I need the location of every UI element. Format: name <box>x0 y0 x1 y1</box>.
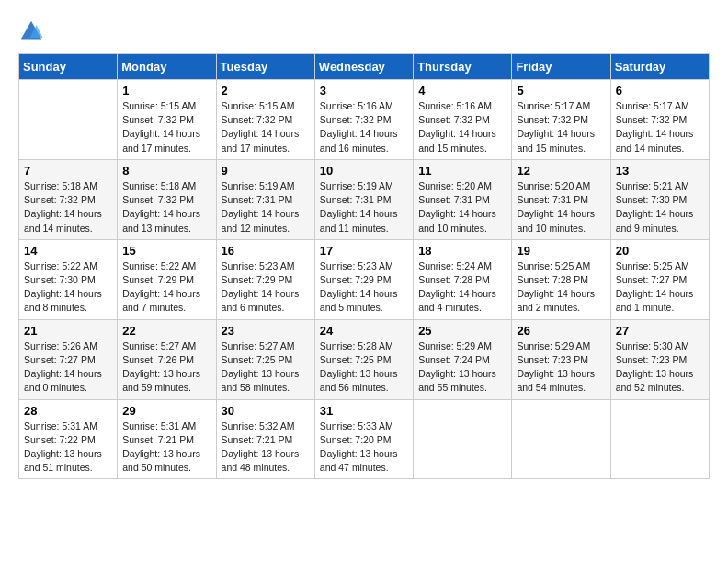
day-info: Sunrise: 5:18 AM Sunset: 7:32 PM Dayligh… <box>122 179 210 236</box>
day-info: Sunrise: 5:19 AM Sunset: 7:31 PM Dayligh… <box>222 179 310 236</box>
day-info: Sunrise: 5:17 AM Sunset: 7:32 PM Dayligh… <box>616 99 704 155</box>
calendar-cell: 19Sunrise: 5:25 AM Sunset: 7:28 PM Dayli… <box>512 239 610 319</box>
day-number: 22 <box>122 324 210 338</box>
day-number: 7 <box>24 164 112 178</box>
day-info: Sunrise: 5:33 AM Sunset: 7:20 PM Dayligh… <box>320 419 408 476</box>
day-number: 14 <box>24 244 112 258</box>
calendar-cell: 31Sunrise: 5:33 AM Sunset: 7:20 PM Dayli… <box>314 399 413 479</box>
day-number: 3 <box>320 84 408 98</box>
day-number: 20 <box>616 244 704 258</box>
day-number: 18 <box>418 244 506 258</box>
calendar-cell: 16Sunrise: 5:23 AM Sunset: 7:29 PM Dayli… <box>216 239 314 319</box>
calendar-cell: 25Sunrise: 5:29 AM Sunset: 7:24 PM Dayli… <box>414 319 512 399</box>
day-number: 31 <box>320 404 408 418</box>
calendar-cell <box>414 399 512 479</box>
day-info: Sunrise: 5:26 AM Sunset: 7:27 PM Dayligh… <box>24 339 112 396</box>
day-number: 4 <box>418 84 506 98</box>
day-number: 8 <box>122 164 210 178</box>
day-info: Sunrise: 5:22 AM Sunset: 7:30 PM Dayligh… <box>24 259 112 316</box>
calendar-cell: 8Sunrise: 5:18 AM Sunset: 7:32 PM Daylig… <box>118 159 216 239</box>
day-info: Sunrise: 5:22 AM Sunset: 7:29 PM Dayligh… <box>122 259 210 316</box>
day-number: 5 <box>517 84 605 98</box>
day-info: Sunrise: 5:15 AM Sunset: 7:32 PM Dayligh… <box>122 99 210 155</box>
day-number: 30 <box>222 404 310 418</box>
weekday-header-monday: Monday <box>118 54 216 80</box>
day-info: Sunrise: 5:24 AM Sunset: 7:28 PM Dayligh… <box>418 259 506 316</box>
calendar-cell: 17Sunrise: 5:23 AM Sunset: 7:29 PM Dayli… <box>314 239 413 319</box>
day-number: 11 <box>418 164 506 178</box>
day-number: 19 <box>517 244 605 258</box>
day-info: Sunrise: 5:21 AM Sunset: 7:30 PM Dayligh… <box>616 179 704 236</box>
calendar-week-row: 21Sunrise: 5:26 AM Sunset: 7:27 PM Dayli… <box>19 319 710 399</box>
calendar-cell: 5Sunrise: 5:17 AM Sunset: 7:32 PM Daylig… <box>512 80 610 160</box>
day-info: Sunrise: 5:31 AM Sunset: 7:22 PM Dayligh… <box>24 419 112 476</box>
calendar-cell: 10Sunrise: 5:19 AM Sunset: 7:31 PM Dayli… <box>314 159 413 239</box>
logo <box>18 18 48 44</box>
calendar-cell: 14Sunrise: 5:22 AM Sunset: 7:30 PM Dayli… <box>19 239 118 319</box>
calendar-week-row: 14Sunrise: 5:22 AM Sunset: 7:30 PM Dayli… <box>19 239 710 319</box>
weekday-header-friday: Friday <box>512 54 610 80</box>
weekday-header-sunday: Sunday <box>19 54 118 80</box>
day-info: Sunrise: 5:20 AM Sunset: 7:31 PM Dayligh… <box>517 179 605 236</box>
day-info: Sunrise: 5:28 AM Sunset: 7:25 PM Dayligh… <box>320 339 408 396</box>
calendar-table: SundayMondayTuesdayWednesdayThursdayFrid… <box>18 53 710 479</box>
page-header <box>18 18 710 44</box>
calendar-cell: 3Sunrise: 5:16 AM Sunset: 7:32 PM Daylig… <box>314 80 413 160</box>
weekday-header-wednesday: Wednesday <box>314 54 413 80</box>
calendar-cell: 13Sunrise: 5:21 AM Sunset: 7:30 PM Dayli… <box>610 159 709 239</box>
calendar-cell: 20Sunrise: 5:25 AM Sunset: 7:27 PM Dayli… <box>610 239 709 319</box>
calendar-week-row: 7Sunrise: 5:18 AM Sunset: 7:32 PM Daylig… <box>19 159 710 239</box>
day-info: Sunrise: 5:17 AM Sunset: 7:32 PM Dayligh… <box>517 99 605 155</box>
day-info: Sunrise: 5:16 AM Sunset: 7:32 PM Dayligh… <box>418 99 506 155</box>
day-number: 6 <box>616 84 704 98</box>
day-info: Sunrise: 5:27 AM Sunset: 7:26 PM Dayligh… <box>122 339 210 396</box>
calendar-cell: 4Sunrise: 5:16 AM Sunset: 7:32 PM Daylig… <box>414 80 512 160</box>
day-number: 12 <box>517 164 605 178</box>
calendar-cell <box>19 80 118 160</box>
calendar-cell: 21Sunrise: 5:26 AM Sunset: 7:27 PM Dayli… <box>19 319 118 399</box>
day-number: 2 <box>222 84 310 98</box>
calendar-cell: 27Sunrise: 5:30 AM Sunset: 7:23 PM Dayli… <box>610 319 709 399</box>
day-info: Sunrise: 5:29 AM Sunset: 7:24 PM Dayligh… <box>418 339 506 396</box>
day-number: 13 <box>616 164 704 178</box>
calendar-cell: 2Sunrise: 5:15 AM Sunset: 7:32 PM Daylig… <box>216 80 314 160</box>
day-info: Sunrise: 5:31 AM Sunset: 7:21 PM Dayligh… <box>122 419 210 476</box>
calendar-cell: 7Sunrise: 5:18 AM Sunset: 7:32 PM Daylig… <box>19 159 118 239</box>
calendar-cell: 24Sunrise: 5:28 AM Sunset: 7:25 PM Dayli… <box>314 319 413 399</box>
day-info: Sunrise: 5:30 AM Sunset: 7:23 PM Dayligh… <box>616 339 704 396</box>
day-info: Sunrise: 5:20 AM Sunset: 7:31 PM Dayligh… <box>418 179 506 236</box>
calendar-cell: 29Sunrise: 5:31 AM Sunset: 7:21 PM Dayli… <box>118 399 216 479</box>
calendar-cell: 11Sunrise: 5:20 AM Sunset: 7:31 PM Dayli… <box>414 159 512 239</box>
day-number: 16 <box>222 244 310 258</box>
weekday-header-row: SundayMondayTuesdayWednesdayThursdayFrid… <box>19 54 710 80</box>
day-number: 15 <box>122 244 210 258</box>
day-number: 17 <box>320 244 408 258</box>
calendar-week-row: 1Sunrise: 5:15 AM Sunset: 7:32 PM Daylig… <box>19 80 710 160</box>
day-number: 9 <box>222 164 310 178</box>
day-info: Sunrise: 5:29 AM Sunset: 7:23 PM Dayligh… <box>517 339 605 396</box>
calendar-cell <box>512 399 610 479</box>
day-number: 24 <box>320 324 408 338</box>
day-info: Sunrise: 5:18 AM Sunset: 7:32 PM Dayligh… <box>24 179 112 236</box>
day-number: 23 <box>222 324 310 338</box>
day-info: Sunrise: 5:16 AM Sunset: 7:32 PM Dayligh… <box>320 99 408 155</box>
day-number: 25 <box>418 324 506 338</box>
calendar-cell: 22Sunrise: 5:27 AM Sunset: 7:26 PM Dayli… <box>118 319 216 399</box>
day-number: 10 <box>320 164 408 178</box>
day-number: 1 <box>122 84 210 98</box>
calendar-cell: 15Sunrise: 5:22 AM Sunset: 7:29 PM Dayli… <box>118 239 216 319</box>
day-number: 28 <box>24 404 112 418</box>
weekday-header-tuesday: Tuesday <box>216 54 314 80</box>
calendar-cell: 18Sunrise: 5:24 AM Sunset: 7:28 PM Dayli… <box>414 239 512 319</box>
day-info: Sunrise: 5:15 AM Sunset: 7:32 PM Dayligh… <box>222 99 310 155</box>
day-number: 21 <box>24 324 112 338</box>
day-info: Sunrise: 5:23 AM Sunset: 7:29 PM Dayligh… <box>222 259 310 316</box>
calendar-cell: 28Sunrise: 5:31 AM Sunset: 7:22 PM Dayli… <box>19 399 118 479</box>
calendar-cell: 30Sunrise: 5:32 AM Sunset: 7:21 PM Dayli… <box>216 399 314 479</box>
day-info: Sunrise: 5:19 AM Sunset: 7:31 PM Dayligh… <box>320 179 408 236</box>
weekday-header-saturday: Saturday <box>610 54 709 80</box>
day-number: 29 <box>122 404 210 418</box>
calendar-cell: 12Sunrise: 5:20 AM Sunset: 7:31 PM Dayli… <box>512 159 610 239</box>
calendar-cell: 6Sunrise: 5:17 AM Sunset: 7:32 PM Daylig… <box>610 80 709 160</box>
day-info: Sunrise: 5:25 AM Sunset: 7:27 PM Dayligh… <box>616 259 704 316</box>
